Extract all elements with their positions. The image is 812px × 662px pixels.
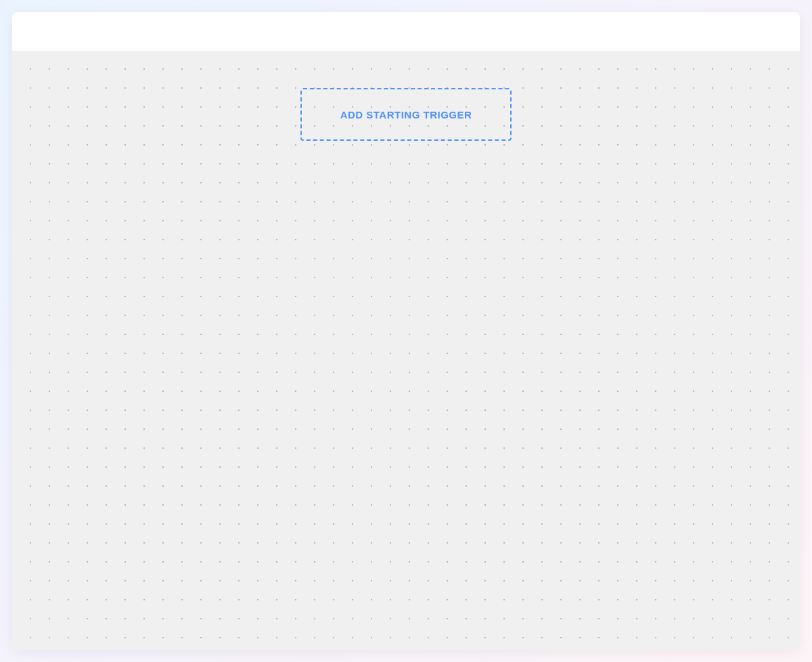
header-bar (12, 12, 800, 51)
workflow-canvas[interactable]: ADD STARTING TRIGGER (12, 51, 800, 650)
add-starting-trigger-button[interactable]: ADD STARTING TRIGGER (300, 88, 512, 141)
workflow-editor-container: ADD STARTING TRIGGER (12, 12, 800, 650)
